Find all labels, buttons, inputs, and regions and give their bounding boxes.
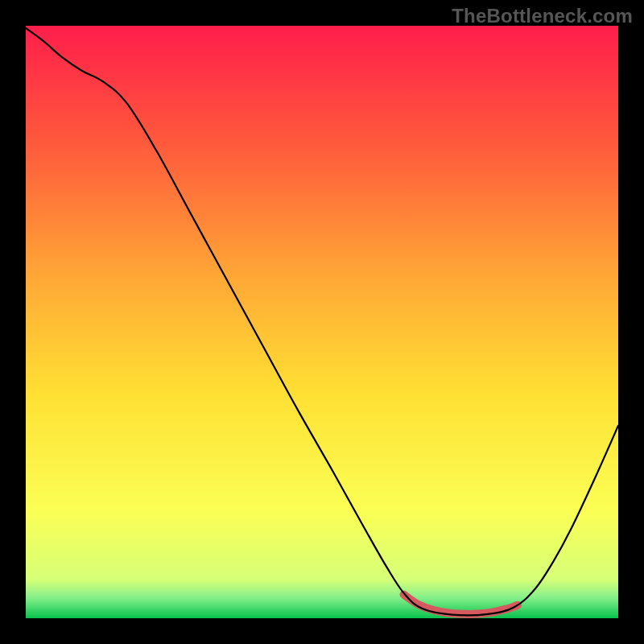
chart-frame: TheBottleneck.com [0, 0, 644, 644]
plot-background [26, 26, 618, 618]
bottleneck-chart [0, 0, 644, 644]
